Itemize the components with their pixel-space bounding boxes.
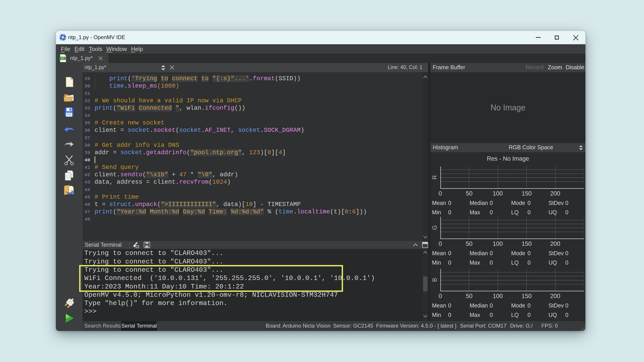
svg-text:PY: PY [61,57,64,60]
